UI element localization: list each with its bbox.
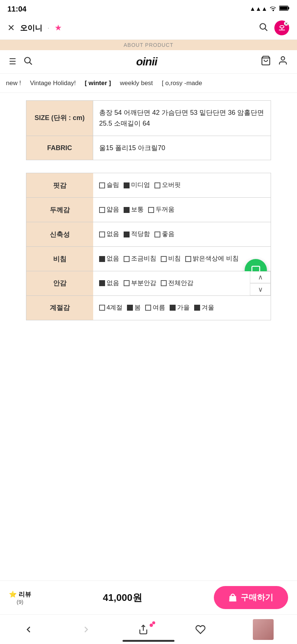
cb-box-moderate-stretch — [124, 232, 130, 237]
nav-left: ☰ — [9, 56, 33, 68]
attr-label-fitgang: 핏감 — [26, 173, 93, 197]
main-content: SIZE (단위 : cm) 총장 54 어깨단면 42 가슴단면 53 밑단단… — [0, 93, 297, 387]
cb-spring: 봄 — [127, 302, 141, 313]
cb-medium: 미디엄 — [124, 180, 150, 191]
status-icons: ▲▲▲ — [249, 5, 290, 13]
signal-icon: ▲▲▲ — [249, 6, 267, 12]
attr-value-season: 4계절 봄 여름 가을 겨울 — [93, 296, 271, 320]
nav-banner: ABOUT PRODUCT — [0, 40, 297, 50]
status-bar: 11:04 ▲▲▲ — [0, 0, 297, 16]
cat-item-orosy[interactable]: [ o,rosy -made — [162, 78, 202, 88]
size-value: 총장 54 어깨단면 42 가슴단면 53 밑단단면 36 암홀단면 25.5 … — [93, 101, 271, 136]
profile-icon[interactable]: 오 ✕ — [274, 20, 290, 36]
attr-row-stretch: 신축성 없음 적당함 좋음 — [26, 222, 271, 247]
cat-item-vintage[interactable]: Vintage Holiday! — [30, 78, 76, 88]
cb-box-normal — [124, 207, 130, 213]
cb-box-no-lining — [99, 280, 105, 286]
cb-box-thick — [148, 207, 154, 213]
thumbnail-button[interactable] — [245, 615, 281, 644]
hamburger-icon[interactable]: ☰ — [9, 57, 16, 67]
attr-label-transparency: 비침 — [26, 247, 93, 271]
product-info-table: SIZE (단위 : cm) 총장 54 어깨단면 42 가슴단면 53 밑단단… — [26, 100, 271, 160]
share-button[interactable] — [131, 621, 156, 638]
nav-banner-text: ABOUT PRODUCT — [124, 42, 173, 48]
cb-all-season: 4계절 — [99, 302, 123, 313]
cb-box-light-trans — [185, 256, 191, 262]
browser-title: 오이니 — [20, 23, 42, 33]
svg-text:오: 오 — [278, 24, 285, 32]
cb-box-spring — [127, 305, 133, 311]
wishlist-button[interactable] — [188, 621, 213, 638]
cb-box-overfit — [154, 182, 160, 188]
cat-item-new[interactable]: new ! — [6, 78, 21, 88]
attr-row-fitgang: 핏감 슬림 미디엄 오버핏 — [26, 173, 271, 198]
cb-full-lining: 전체안감 — [161, 278, 193, 289]
cb-light-trans: 밝은색상에 비침 — [185, 253, 239, 264]
attr-label-lining: 안감 — [26, 271, 93, 295]
attr-row-thickness: 두께감 얇음 보통 두꺼움 — [26, 198, 271, 222]
cb-no-trans: 없음 — [99, 253, 119, 264]
cb-box-yes-trans — [161, 256, 167, 262]
back-button[interactable] — [16, 621, 41, 638]
svg-point-3 — [260, 23, 265, 29]
attr-value-lining: 없음 부분안감 전체안감 — [93, 271, 271, 295]
browser-bar: ✕ 오이니 · ★ 오 ✕ — [0, 16, 297, 40]
cb-box-full-lining — [161, 280, 167, 286]
title-dot: · — [48, 24, 49, 32]
cb-summer: 여름 — [145, 302, 165, 313]
fabric-value: 울15 폴리15 아크릴70 — [93, 136, 271, 160]
browser-bar-right: 오 ✕ — [258, 20, 290, 36]
category-nav: new ! Vintage Holiday! [ winter ] weekly… — [0, 74, 297, 93]
review-count: (9) — [17, 599, 23, 605]
cb-slight-trans: 조금비침 — [124, 253, 156, 264]
nav-right — [261, 55, 288, 68]
main-nav: ☰ oinii — [0, 50, 297, 74]
close-button[interactable]: ✕ — [7, 23, 15, 33]
forward-button[interactable] — [74, 621, 99, 638]
cb-overfit: 오버핏 — [154, 180, 181, 191]
attr-value-stretch: 없음 적당함 좋음 — [93, 222, 271, 246]
review-section[interactable]: ⭐ 리뷰 (9) — [9, 590, 31, 605]
scroll-down-button[interactable]: ∨ — [250, 283, 271, 295]
attr-table: 핏감 슬림 미디엄 오버핏 두께감 얇음 보통 두꺼움 — [26, 173, 271, 320]
cb-thick: 두꺼움 — [148, 204, 174, 215]
attr-label-season: 계절감 — [26, 296, 93, 320]
bottom-nav — [0, 614, 297, 644]
svg-point-12 — [281, 57, 284, 60]
cb-box-no-stretch — [99, 232, 105, 237]
bookmark-star-icon[interactable]: ★ — [55, 23, 62, 33]
share-dot-indicator — [150, 624, 153, 627]
cb-box-medium — [124, 182, 130, 188]
cat-item-weekly[interactable]: weekly best — [120, 78, 153, 88]
status-time: 11:04 — [7, 5, 26, 13]
cb-box-fall — [170, 305, 176, 311]
cb-box-slim — [99, 182, 105, 188]
attr-value-transparency: 없음 조금비침 비침 밝은색상에 비침 — [93, 247, 271, 271]
cb-slim: 슬림 — [99, 180, 119, 191]
fabric-label: FABRIC — [26, 136, 93, 160]
search-icon-top[interactable] — [258, 22, 268, 34]
table-row: SIZE (단위 : cm) 총장 54 어깨단면 42 가슴단면 53 밑단단… — [26, 101, 271, 136]
cb-box-partial-lining — [124, 280, 130, 286]
cb-box-summer — [145, 305, 151, 311]
cart-icon[interactable] — [261, 55, 271, 68]
cb-box-winter — [194, 305, 200, 311]
user-icon[interactable] — [278, 55, 288, 68]
attr-row-transparency: 비침 없음 조금비침 비침 밝은색상에 비침 — [26, 247, 271, 271]
battery-icon — [279, 5, 290, 13]
logo: oinii — [136, 55, 157, 68]
cb-box-thin — [99, 207, 105, 213]
purchase-button[interactable]: 구매하기 — [214, 586, 288, 609]
cb-yes-trans: 비침 — [161, 253, 181, 264]
cb-box-no-trans — [99, 256, 105, 262]
cb-no-lining: 없음 — [99, 278, 119, 289]
cat-item-winter[interactable]: [ winter ] — [85, 78, 111, 88]
nav-search-icon[interactable] — [23, 56, 33, 68]
svg-rect-1 — [288, 7, 289, 9]
scroll-up-button[interactable]: ∧ — [250, 271, 271, 283]
cb-fall: 가을 — [170, 302, 190, 313]
attr-label-stretch: 신축성 — [26, 222, 93, 246]
cb-moderate-stretch: 적당함 — [124, 229, 150, 240]
cb-box-good-stretch — [154, 232, 160, 237]
cb-winter: 겨울 — [194, 302, 214, 313]
